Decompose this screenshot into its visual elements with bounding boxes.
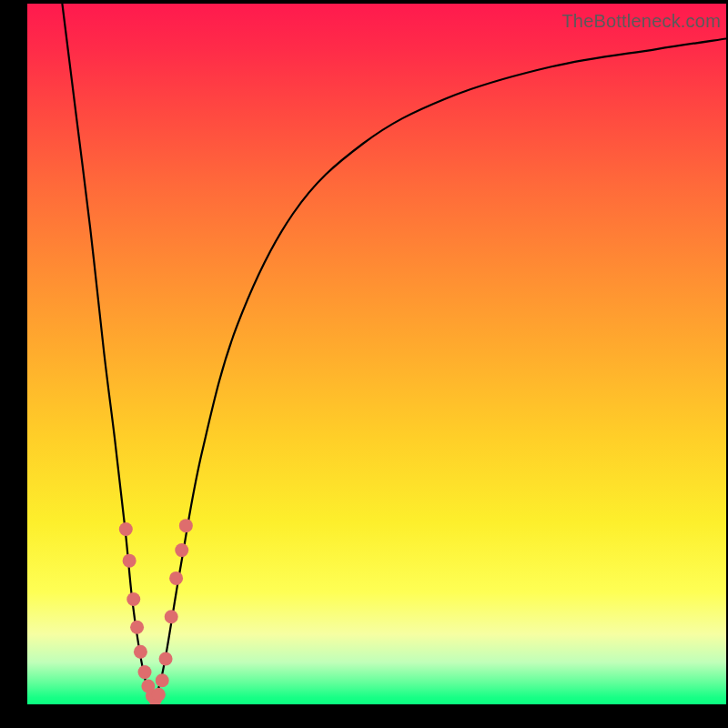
plot-area: TheBottleneck.com: [27, 4, 726, 704]
data-marker: [126, 592, 140, 606]
curve-right-branch: [153, 39, 726, 702]
marker-group: [119, 519, 193, 704]
data-marker: [179, 519, 193, 532]
data-marker: [156, 673, 169, 687]
data-marker: [130, 621, 144, 634]
data-marker: [159, 652, 173, 665]
data-marker: [169, 571, 183, 585]
data-marker: [138, 665, 152, 679]
data-marker: [119, 522, 133, 536]
curves-svg: [27, 4, 726, 704]
data-marker: [175, 543, 188, 557]
chart-frame: TheBottleneck.com: [0, 0, 728, 728]
data-marker: [165, 610, 178, 623]
data-marker: [134, 645, 147, 659]
data-marker: [123, 554, 136, 568]
data-marker: [152, 688, 166, 702]
